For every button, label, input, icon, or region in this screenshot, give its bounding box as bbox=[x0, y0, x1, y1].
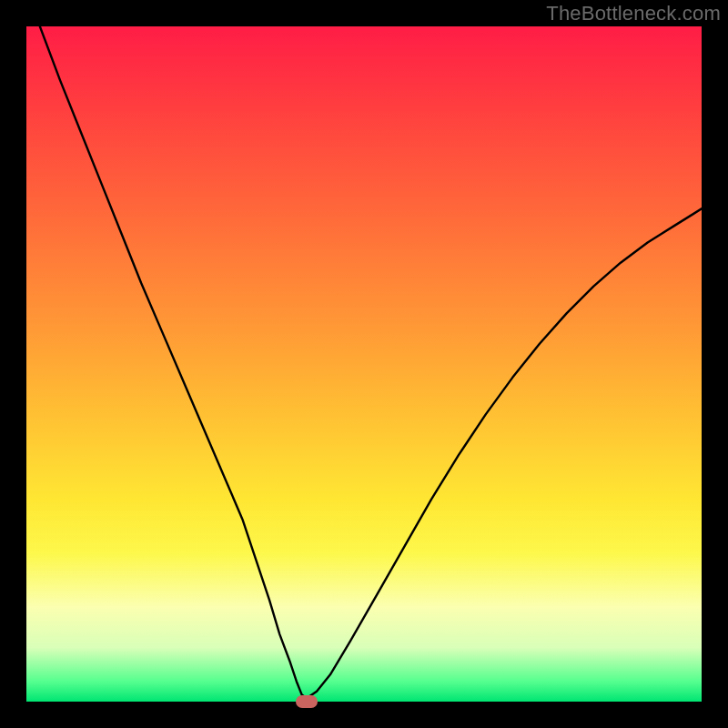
chart-frame: TheBottleneck.com bbox=[0, 0, 728, 728]
minimum-marker bbox=[296, 695, 318, 708]
chart-plot-area bbox=[26, 26, 702, 702]
watermark-text: TheBottleneck.com bbox=[546, 2, 721, 25]
bottleneck-curve bbox=[26, 26, 702, 702]
